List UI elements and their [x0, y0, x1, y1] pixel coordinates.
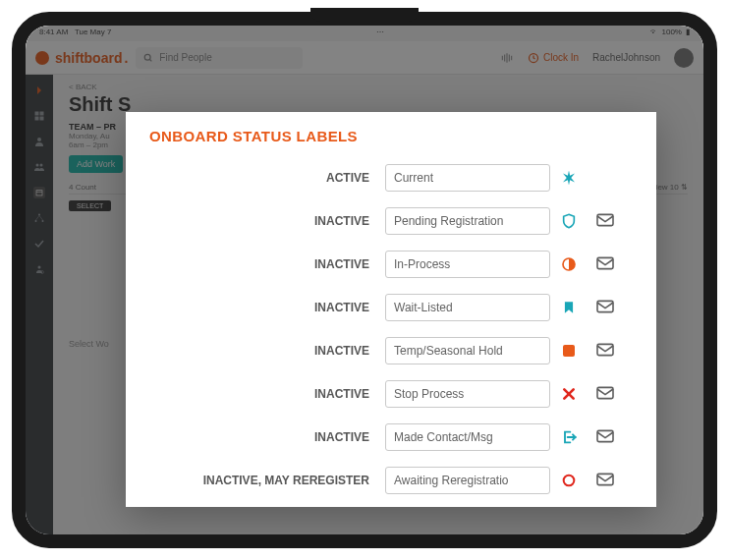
mail-icon[interactable] [595, 385, 613, 403]
mail-icon[interactable] [595, 472, 613, 489]
mail-icon[interactable] [595, 299, 613, 316]
status-category-label: ACTIVE [149, 171, 375, 185]
svg-point-27 [564, 476, 575, 486]
status-row: INACTIVE, MAY REREGISTER [149, 459, 633, 502]
status-category-label: INACTIVE [149, 344, 375, 358]
status-row: INACTIVE [149, 416, 633, 459]
status-row: INACTIVE [149, 286, 633, 329]
svg-rect-22 [597, 344, 613, 355]
svg-rect-25 [597, 387, 613, 398]
status-label-input[interactable] [385, 207, 550, 235]
svg-rect-17 [597, 214, 613, 225]
modal-title: ONBOARD STATUS LABELS [149, 128, 633, 144]
shield-icon [560, 212, 578, 230]
status-label-input[interactable] [385, 423, 550, 451]
half-circle-icon [560, 255, 578, 273]
svg-rect-28 [597, 474, 613, 484]
status-category-label: INACTIVE [149, 430, 375, 444]
status-row: INACTIVE [149, 199, 633, 243]
svg-rect-21 [563, 345, 575, 357]
status-label-input[interactable] [385, 251, 550, 278]
status-label-input[interactable] [385, 294, 550, 321]
mail-icon[interactable] [595, 255, 613, 273]
asterisk-icon [560, 169, 578, 187]
status-label-input[interactable] [385, 467, 550, 494]
svg-rect-20 [597, 301, 613, 311]
x-icon [560, 385, 578, 403]
bookmark-icon [560, 299, 578, 316]
svg-rect-19 [597, 257, 613, 268]
status-row: INACTIVE [149, 372, 633, 416]
status-category-label: INACTIVE [149, 257, 375, 271]
onboard-status-modal: ONBOARD STATUS LABELS ACTIVE INACTIVE IN… [126, 112, 656, 507]
mail-icon[interactable] [595, 428, 613, 446]
mail-icon[interactable] [595, 342, 613, 360]
circle-outline-icon [560, 472, 578, 489]
svg-rect-26 [597, 430, 613, 441]
status-category-label: INACTIVE [149, 301, 375, 314]
status-category-label: INACTIVE [149, 387, 375, 401]
status-row: INACTIVE [149, 329, 633, 372]
logout-icon [560, 428, 578, 446]
status-category-label: INACTIVE [149, 214, 375, 228]
status-row: ACTIVE [149, 156, 633, 199]
status-label-input[interactable] [385, 164, 550, 192]
mail-icon[interactable] [595, 212, 613, 230]
square-icon [560, 342, 578, 360]
status-row: INACTIVE [149, 243, 633, 286]
status-label-input[interactable] [385, 337, 550, 364]
status-category-label: INACTIVE, MAY REREGISTER [149, 474, 375, 487]
status-label-input[interactable] [385, 380, 550, 408]
